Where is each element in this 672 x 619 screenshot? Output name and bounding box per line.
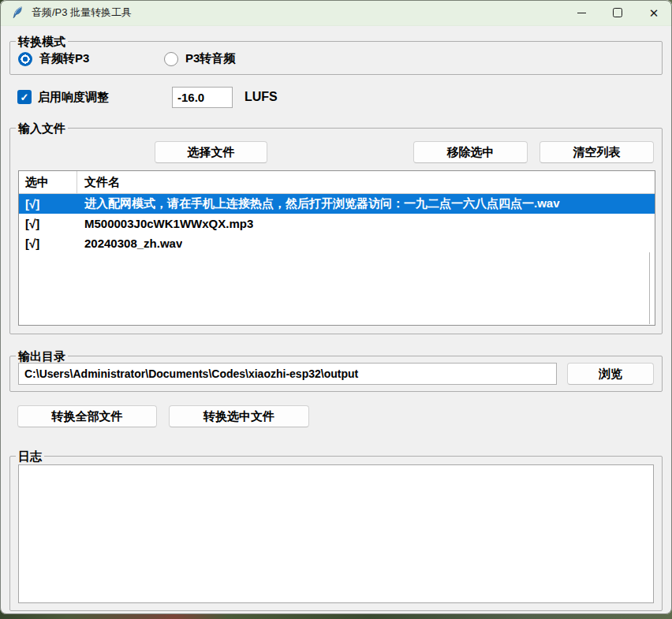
- minimize-button[interactable]: [563, 0, 599, 25]
- window-controls: ✕: [563, 0, 672, 25]
- scrollbar-track-edge: [649, 252, 650, 324]
- remove-selected-button[interactable]: 移除选中: [413, 141, 528, 163]
- radio-label: 音频转P3: [39, 51, 89, 66]
- browse-button[interactable]: 浏览: [567, 363, 654, 385]
- lufs-unit-label: LUFS: [245, 90, 278, 104]
- loudness-checkbox[interactable]: ✓: [17, 90, 32, 104]
- convert-selected-button[interactable]: 转换选中文件: [169, 405, 309, 427]
- mode-group-title: 转换模式: [16, 34, 68, 49]
- input-group-title: 输入文件: [16, 121, 68, 136]
- tk-feather-icon: [11, 6, 24, 20]
- radio-p3-to-audio[interactable]: P3转音频: [164, 51, 235, 66]
- loudness-checkbox-label: 启用响度调整: [38, 90, 109, 105]
- log-group-title: 日志: [16, 449, 44, 464]
- clear-list-button[interactable]: 清空列表: [539, 141, 654, 163]
- close-button[interactable]: ✕: [636, 0, 672, 25]
- row-filename: 进入配网模式，请在手机上连接热点，然后打开浏览器访问：一九二点一六八点四点一.w…: [77, 196, 560, 211]
- checkmark-icon: ✓: [21, 91, 29, 103]
- close-icon: ✕: [649, 7, 659, 19]
- radio-selected-icon: [18, 52, 32, 66]
- maximize-button[interactable]: [599, 0, 636, 25]
- row-filename: 20240308_zh.wav: [77, 237, 182, 250]
- window-title: 音频/P3 批量转换工具: [32, 6, 132, 20]
- row-checkmark: [√]: [19, 217, 77, 230]
- log-groupbox: 日志: [9, 456, 663, 611]
- input-files-groupbox: 输入文件 选择文件 移除选中 清空列表 选中 文件名 [√] 进入配网模式，请在…: [9, 128, 663, 334]
- radio-label: P3转音频: [185, 51, 235, 66]
- file-table-header: 选中 文件名: [19, 171, 655, 194]
- convert-all-button[interactable]: 转换全部文件: [17, 405, 157, 427]
- table-row[interactable]: [√] 20240308_zh.wav: [19, 233, 655, 253]
- row-filename: M500003J0cWK1WWxQX.mp3: [77, 217, 253, 230]
- loudness-row: ✓ 启用响度调整 LUFS: [17, 87, 653, 108]
- table-row[interactable]: [√] 进入配网模式，请在手机上连接热点，然后打开浏览器访问：一九二点一六八点四…: [19, 194, 655, 214]
- select-files-button[interactable]: 选择文件: [155, 141, 267, 163]
- header-checked[interactable]: 选中: [19, 175, 77, 190]
- titlebar: 音频/P3 批量转换工具 ✕: [0, 0, 672, 26]
- row-checkmark: [√]: [19, 197, 77, 211]
- row-checkmark: [√]: [19, 237, 77, 250]
- lufs-value-input[interactable]: [172, 87, 233, 108]
- output-dir-groupbox: 输出目录 浏览: [9, 356, 663, 392]
- header-filename[interactable]: 文件名: [77, 175, 120, 190]
- radio-unselected-icon: [164, 52, 178, 66]
- radio-audio-to-p3[interactable]: 音频转P3: [18, 51, 89, 66]
- output-path-input[interactable]: [18, 363, 557, 385]
- minimize-icon: [577, 13, 586, 13]
- file-table: 选中 文件名 [√] 进入配网模式，请在手机上连接热点，然后打开浏览器访问：一九…: [18, 170, 655, 326]
- mode-groupbox: 转换模式 音频转P3 P3转音频: [9, 41, 663, 75]
- column-divider: [77, 171, 77, 193]
- app-window: 音频/P3 批量转换工具 ✕ 转换模式 音频转P3 P3转音频 ✓ 启用响度调整…: [0, 0, 672, 614]
- maximize-icon: [613, 8, 622, 17]
- log-textarea[interactable]: [18, 464, 654, 603]
- table-row[interactable]: [√] M500003J0cWK1WWxQX.mp3: [19, 214, 655, 233]
- output-group-title: 输出目录: [16, 349, 68, 364]
